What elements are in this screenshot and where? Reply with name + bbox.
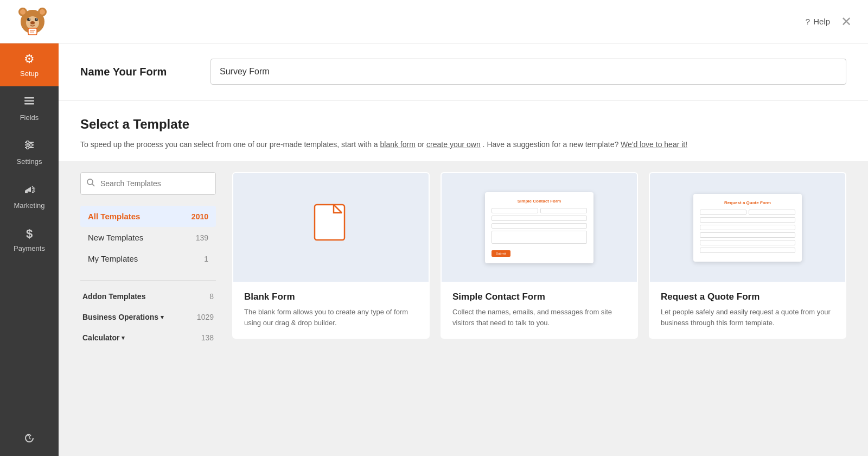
svg-point-21 [30,144,33,147]
sidebar-item-history[interactable] [0,423,59,456]
filter-category-calculator[interactable]: Calculator ▾ 138 [80,327,216,348]
svg-line-25 [29,438,31,439]
template-desc: Collect the names, emails, and messages … [452,307,626,328]
form-name-input[interactable] [210,59,846,85]
mini-form-contact: Simple Contact Form Submit [485,192,593,263]
svg-rect-11 [28,28,37,35]
sidebar: ⚙ Setup Fields [0,43,59,456]
svg-point-4 [40,9,45,15]
select-template-section: Select a Template To speed up the proces… [59,100,868,161]
template-info-blank: Blank Form The blank form allows you to … [233,282,429,338]
mini-field-full [700,248,795,253]
mini-form-title: Simple Contact Form [492,199,587,204]
template-info-contact: Simple Contact Form Collect the names, e… [442,282,637,338]
template-desc: The blank form allows you to create any … [244,307,418,328]
template-name: Simple Contact Form [452,292,626,302]
svg-point-8 [29,18,30,20]
svg-point-2 [20,9,25,15]
svg-point-6 [27,18,30,21]
category-count: 8 [209,292,214,301]
desc-text: To speed up the process you can select f… [80,140,378,149]
template-card-quote[interactable]: Request a Quote Form [649,172,846,339]
filter-label: New Templates [88,233,143,242]
filter-category-business[interactable]: Business Operations ▾ 1029 [80,307,216,327]
name-form-label: Name Your Form [80,66,189,78]
select-template-title: Select a Template [80,117,846,132]
help-label: Help [813,17,830,26]
template-preview-blank [233,173,429,282]
create-link[interactable]: create your own [426,140,481,149]
top-bar-right: ? Help ✕ [806,14,852,29]
blank-form-icon [312,202,350,253]
svg-point-26 [87,179,93,185]
svg-rect-28 [315,205,344,240]
help-button[interactable]: ? Help [806,17,830,26]
template-name: Blank Form [244,292,418,302]
sidebar-item-label: Fields [20,113,39,122]
search-input[interactable] [80,172,216,195]
mini-field [749,210,795,215]
svg-point-7 [35,18,38,21]
mini-textarea [492,231,587,244]
settings-icon [23,139,35,154]
svg-point-20 [27,141,29,144]
close-button[interactable]: ✕ [841,14,852,29]
templates-grid: Blank Form The blank form allows you to … [232,172,846,445]
filter-label: All Templates [88,212,140,221]
or-text: or [418,140,424,149]
svg-rect-16 [24,103,34,105]
mini-field-full [492,223,587,229]
main-layout: ⚙ Setup Fields [0,43,868,456]
filter-all-templates[interactable]: All Templates 2010 [80,206,216,227]
sidebar-item-label: Payments [14,244,45,252]
category-count: 1029 [197,313,214,321]
history-icon [23,432,35,447]
sidebar-item-marketing[interactable]: Marketing [0,174,59,218]
category-label: Calculator [82,333,119,342]
svg-rect-14 [24,97,34,99]
filter-new-templates[interactable]: New Templates 139 [80,227,216,248]
svg-point-22 [27,147,29,149]
name-form-section: Name Your Form [59,43,868,100]
mini-field-full [700,225,795,230]
content-area: Name Your Form Select a Template To spee… [59,43,868,456]
filter-list: All Templates 2010 New Templates 139 My … [80,206,216,269]
help-icon: ? [806,17,810,26]
chevron-down-icon: ▾ [161,314,164,321]
svg-line-27 [92,184,94,186]
hear-link[interactable]: We'd love to hear it! [621,140,687,149]
sidebar-item-settings[interactable]: Settings [0,130,59,174]
marketing-icon [23,183,35,198]
svg-point-9 [36,18,37,20]
filter-my-templates[interactable]: My Templates 1 [80,248,216,269]
sidebar-item-fields[interactable]: Fields [0,86,59,130]
mini-field-full [700,217,795,223]
fields-icon [23,95,35,110]
category-count: 138 [201,333,214,342]
template-info-quote: Request a Quote Form Let people safely a… [650,282,845,338]
category-label: Addon Templates [82,292,145,301]
mini-field-full [492,216,587,221]
select-template-desc: To speed up the process you can select f… [80,138,846,150]
sidebar-item-label: Setup [20,69,39,78]
filter-label: My Templates [88,254,138,263]
blank-form-link[interactable]: blank form [380,140,416,149]
mini-submit-btn: Submit [492,250,510,257]
mini-field [540,208,587,213]
sidebar-item-setup[interactable]: ⚙ Setup [0,43,59,86]
filter-category-addon[interactable]: Addon Templates 8 [80,286,216,307]
filter-count: 139 [196,233,208,242]
sidebar-item-payments[interactable]: $ Payments [0,218,59,261]
template-preview-contact: Simple Contact Form Submit [442,173,637,282]
gear-icon: ⚙ [24,52,35,66]
templates-body: All Templates 2010 New Templates 139 My … [59,161,868,456]
search-wrap [80,172,216,195]
svg-rect-15 [24,100,34,102]
template-preview-quote: Request a Quote Form [650,173,845,282]
filter-count: 2010 [192,212,208,221]
template-card-contact[interactable]: Simple Contact Form Submit Sim [441,172,638,339]
payments-icon: $ [26,227,33,241]
mini-field [492,208,538,213]
filter-count: 1 [204,255,208,263]
template-card-blank[interactable]: Blank Form The blank form allows you to … [232,172,430,339]
